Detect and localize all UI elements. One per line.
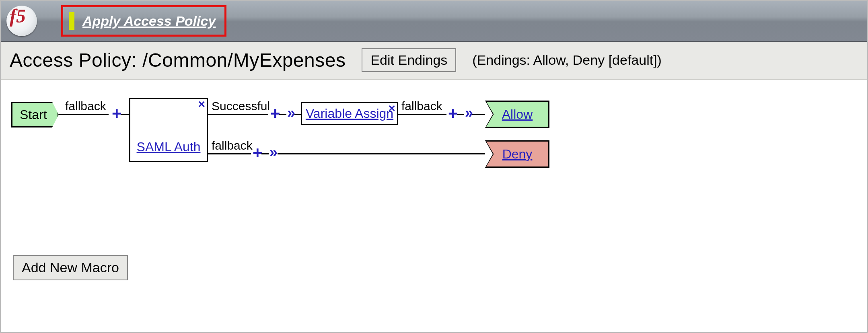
delete-node-icon[interactable]: × xyxy=(388,101,395,115)
delete-node-icon[interactable]: × xyxy=(198,97,205,111)
branch-label-saml-fallback: fallback xyxy=(212,139,253,152)
apply-access-policy-link[interactable]: Apply Access Policy xyxy=(82,13,216,29)
variable-assign-label[interactable]: Variable Assign xyxy=(306,106,393,121)
endings-summary: (Endings: Allow, Deny [default]) xyxy=(472,52,662,68)
connector-line xyxy=(59,114,109,115)
deny-ending-label[interactable]: Deny xyxy=(502,147,533,162)
branch-label-var-fallback: fallback xyxy=(401,99,442,113)
saml-auth-label[interactable]: SAML Auth xyxy=(137,140,201,154)
flow-arrow-icon xyxy=(269,145,278,160)
connector-line xyxy=(261,153,269,154)
add-action-plus[interactable]: + xyxy=(448,105,458,122)
f5-logo-icon xyxy=(6,6,37,36)
add-action-plus[interactable]: + xyxy=(112,105,122,122)
connector-line xyxy=(208,153,251,154)
add-action-plus[interactable]: + xyxy=(253,144,263,161)
apply-access-policy-highlight: Apply Access Policy xyxy=(61,5,226,37)
flow-arrow-icon xyxy=(465,106,473,120)
policy-subheader: Access Policy: /Common/MyExpenses Edit E… xyxy=(1,42,867,80)
unsaved-flag-icon xyxy=(69,12,74,30)
flow-arrow-icon xyxy=(287,106,295,120)
add-action-plus[interactable]: + xyxy=(270,105,280,122)
add-new-macro-button[interactable]: Add New Macro xyxy=(13,255,128,280)
connector-line xyxy=(457,114,464,115)
connector-line xyxy=(121,114,130,115)
connector-line xyxy=(472,114,485,115)
policy-flow-canvas: Start fallback + × SAML Auth Successful … xyxy=(1,80,867,289)
connector-line xyxy=(398,114,446,115)
branch-label-successful: Successful xyxy=(212,99,270,113)
app-header: Apply Access Policy xyxy=(1,1,867,42)
saml-auth-node[interactable]: × SAML Auth xyxy=(129,98,208,162)
connector-line xyxy=(208,114,268,115)
allow-ending[interactable]: Allow xyxy=(486,102,548,127)
start-node[interactable]: Start xyxy=(11,102,59,127)
branch-label-start-fallback: fallback xyxy=(65,99,106,113)
connector-line xyxy=(279,114,286,115)
edit-endings-button[interactable]: Edit Endings xyxy=(362,48,456,72)
deny-ending[interactable]: Deny xyxy=(486,142,548,166)
connector-line xyxy=(294,114,301,115)
start-label: Start xyxy=(20,107,47,122)
allow-ending-label[interactable]: Allow xyxy=(502,107,533,122)
policy-title: Access Policy: /Common/MyExpenses xyxy=(10,49,346,71)
variable-assign-node[interactable]: × Variable Assign xyxy=(301,102,398,125)
connector-line xyxy=(278,153,485,154)
